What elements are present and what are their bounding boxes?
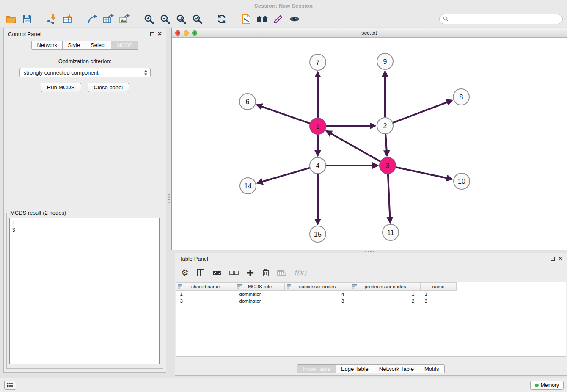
node-table-container: shared name MCDS role successor nodes pr… <box>176 282 566 357</box>
table-cell: dominator <box>235 291 285 298</box>
close-table-panel-icon[interactable]: × <box>559 255 562 262</box>
mcds-result-list[interactable]: 13 <box>9 218 160 364</box>
export-network-button[interactable] <box>85 12 99 26</box>
float-panel-icon[interactable] <box>150 32 154 36</box>
function-builder-button[interactable]: f(x) <box>294 267 306 279</box>
tab-network-table[interactable]: Network Table <box>374 364 419 373</box>
search-field[interactable] <box>439 14 563 24</box>
network-node-10[interactable]: 10 <box>454 173 470 189</box>
select-all-columns-button[interactable] <box>212 267 222 279</box>
import-table-button[interactable] <box>61 12 74 26</box>
column-header-name[interactable]: name <box>421 283 457 291</box>
svg-text:10: 10 <box>458 178 465 185</box>
network-edge-4-14[interactable] <box>258 168 309 183</box>
search-input[interactable] <box>451 16 559 22</box>
control-panel: Control Panel × Network Style Select MCD… <box>3 28 166 373</box>
tab-mcds[interactable]: MCDS <box>111 41 138 50</box>
maximize-window-icon[interactable]: + <box>192 30 197 36</box>
save-session-button[interactable] <box>20 12 34 26</box>
network-node-9[interactable]: 9 <box>377 53 393 69</box>
network-edge-1-6[interactable] <box>258 105 310 123</box>
run-mcds-button[interactable]: Run MCDS <box>41 83 81 92</box>
zoom-fit-button[interactable] <box>174 12 188 26</box>
import-network-button[interactable] <box>45 12 58 26</box>
network-edge-2-3[interactable] <box>385 135 387 155</box>
vertical-splitter[interactable] <box>168 28 171 373</box>
add-column-button[interactable] <box>246 267 254 279</box>
zoom-in-button[interactable] <box>142 12 156 26</box>
table-settings-button[interactable]: ⚙ <box>181 267 189 279</box>
float-table-panel-icon[interactable] <box>551 257 555 261</box>
network-node-1[interactable]: 1 <box>310 118 326 134</box>
minimize-window-icon[interactable]: − <box>184 30 189 36</box>
splitter-handle-icon <box>168 194 170 195</box>
network-edge-3-11[interactable] <box>388 174 390 222</box>
tab-style[interactable]: Style <box>63 41 85 50</box>
delete-column-button[interactable] <box>262 267 270 279</box>
network-edge-3-10[interactable] <box>396 167 451 179</box>
close-control-panel-icon[interactable]: × <box>158 30 162 37</box>
export-to-web-button[interactable] <box>239 12 253 26</box>
export-image-button[interactable] <box>118 12 131 26</box>
network-edge-1-2[interactable] <box>327 126 374 126</box>
criterion-dropdown[interactable]: strongly connected component <box>19 68 151 77</box>
control-panel-title: Control Panel <box>8 31 41 37</box>
network-node-15[interactable]: 15 <box>310 226 326 242</box>
svg-text:9: 9 <box>383 58 387 65</box>
mcds-panel-body: Optimization criterion: strongly connect… <box>4 58 166 92</box>
network-node-11[interactable]: 11 <box>383 224 399 240</box>
memory-button[interactable]: Memory <box>530 381 564 390</box>
zoom-selected-button[interactable] <box>190 12 204 26</box>
network-window-titlebar[interactable]: × − + scc.txt <box>172 28 567 38</box>
delete-table-button[interactable] <box>277 267 286 279</box>
column-header-predecessor-nodes[interactable]: predecessor nodes <box>350 283 421 291</box>
table-cell: 3 <box>421 298 457 304</box>
network-node-4[interactable]: 4 <box>310 157 326 174</box>
memory-label: Memory <box>541 382 559 388</box>
table-row[interactable]: 1dominator411 <box>176 291 567 298</box>
tab-edge-table[interactable]: Edge Table <box>336 364 374 373</box>
show-details-button[interactable] <box>288 12 301 26</box>
column-selector-button[interactable] <box>196 267 205 279</box>
close-window-icon[interactable]: × <box>175 30 180 36</box>
style-button[interactable] <box>272 12 285 26</box>
svg-text:14: 14 <box>244 182 252 190</box>
open-session-button[interactable] <box>4 12 18 26</box>
network-node-7[interactable]: 7 <box>310 54 326 70</box>
network-node-3[interactable]: 3 <box>380 157 396 174</box>
table-row[interactable]: 3dominator323 <box>176 298 567 304</box>
zoom-out-button[interactable] <box>158 12 172 26</box>
zoom-selected-icon <box>192 14 203 25</box>
network-edge-3-1[interactable] <box>327 131 380 161</box>
home-button[interactable] <box>256 12 269 26</box>
network-window: × − + scc.txt 7968124314101511 <box>171 28 567 250</box>
network-node-14[interactable]: 14 <box>240 178 256 194</box>
tab-select[interactable]: Select <box>85 41 111 50</box>
refresh-icon <box>216 14 227 25</box>
node-table: shared name MCDS role successor nodes pr… <box>176 282 566 304</box>
tab-node-table[interactable]: Node Table <box>297 364 336 373</box>
column-header-mcds-role[interactable]: MCDS role <box>235 283 285 291</box>
export-table-button[interactable] <box>102 12 115 26</box>
table-cell: 4 <box>285 291 350 298</box>
network-node-6[interactable]: 6 <box>239 94 256 110</box>
refresh-view-button[interactable] <box>215 12 228 26</box>
close-panel-button[interactable]: Close panel <box>88 83 129 92</box>
status-bar: Memory <box>0 378 567 392</box>
zoom-fit-icon <box>176 14 187 25</box>
network-canvas[interactable]: 7968124314101511 <box>172 38 567 250</box>
network-edge-2-8[interactable] <box>394 101 451 123</box>
column-header-successor-nodes[interactable]: successor nodes <box>285 283 350 291</box>
import-network-icon <box>46 14 57 25</box>
open-folder-icon <box>6 14 17 24</box>
svg-text:11: 11 <box>387 229 394 236</box>
tab-network[interactable]: Network <box>31 41 63 50</box>
network-node-2[interactable]: 2 <box>377 118 393 134</box>
header-filler <box>457 283 567 291</box>
tab-motifs[interactable]: Motifs <box>419 364 445 373</box>
deselect-all-columns-button[interactable] <box>229 267 239 279</box>
column-header-shared-name[interactable]: shared name <box>176 283 235 291</box>
network-node-8[interactable]: 8 <box>453 89 469 105</box>
task-history-button[interactable] <box>4 381 16 390</box>
style-brush-icon <box>273 14 284 25</box>
